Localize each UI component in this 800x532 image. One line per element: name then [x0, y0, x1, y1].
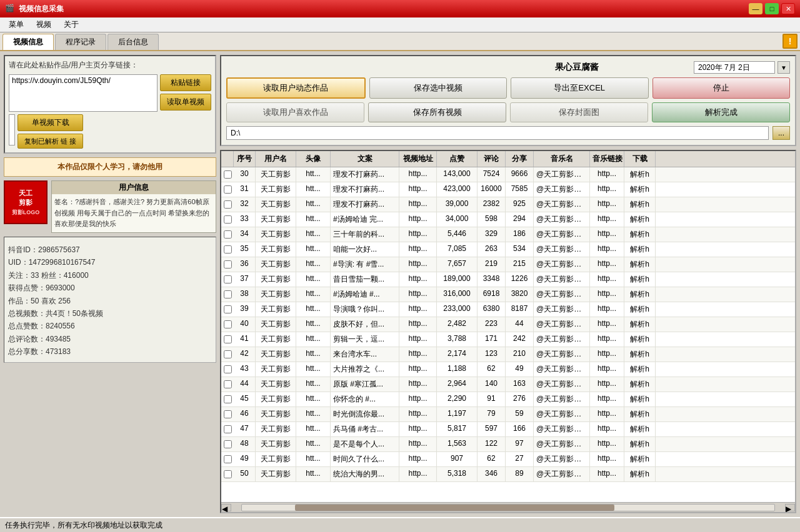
read-favorite-button[interactable]: 读取用户喜欢作品	[226, 102, 364, 122]
row-comments: 6380	[478, 302, 506, 317]
row-user: 天工剪影	[256, 422, 296, 436]
row-musicurl: http...	[590, 347, 624, 362]
row-comments: 123	[478, 347, 506, 362]
row-avatar: htt...	[296, 347, 331, 362]
row-avatar: htt...	[296, 317, 331, 332]
row-music: @天工剪影创作...	[534, 227, 590, 242]
row-dl: 解析h	[624, 332, 656, 347]
minimize-button[interactable]: —	[749, 3, 762, 14]
row-likes: 2,482	[437, 317, 478, 332]
col-user-header: 用户名	[256, 151, 296, 167]
row-checkbox[interactable]	[221, 437, 234, 451]
read-single-button[interactable]: 读取单视频	[160, 94, 211, 111]
row-checkbox[interactable]	[221, 392, 234, 406]
tab-program-log[interactable]: 程序记录	[55, 34, 106, 50]
user-uid: UID：1472996810167547	[8, 256, 212, 268]
row-checkbox[interactable]	[221, 257, 234, 272]
row-dl: 解析h	[624, 287, 656, 302]
browse-button[interactable]: ...	[772, 126, 790, 140]
date-down-button[interactable]: ▼	[778, 61, 790, 74]
tab-video-info[interactable]: 视频信息	[2, 34, 54, 50]
row-checkbox[interactable]	[221, 227, 234, 242]
row-comments: 140	[478, 377, 506, 392]
row-checkbox[interactable]	[221, 167, 234, 182]
row-checkbox[interactable]	[221, 287, 234, 302]
row-likes: 143,000	[437, 167, 478, 182]
date-input[interactable]	[694, 61, 775, 74]
row-musicurl: http...	[590, 182, 624, 197]
paste-link-button[interactable]: 粘贴链接	[160, 74, 211, 91]
row-checkbox[interactable]	[221, 317, 234, 332]
table-row: 32 天工剪影 htt... 理发不打麻药... http... 39,000 …	[221, 197, 795, 212]
save-cover-button[interactable]: 保存封面图	[510, 102, 648, 122]
row-user: 天工剪影	[256, 167, 296, 182]
row-shares: 534	[506, 242, 534, 257]
user-douyin-id: 抖音ID：2986575637	[8, 244, 212, 256]
export-excel-button[interactable]: 导出至EXCEL	[511, 77, 649, 99]
row-checkbox[interactable]	[221, 302, 234, 317]
row-music: @天工剪影创作...	[534, 302, 590, 317]
menu-item-cai[interactable]: 菜单	[2, 18, 30, 31]
row-checkbox[interactable]	[221, 467, 234, 481]
controls-row4: ...	[226, 126, 790, 140]
row-musicurl: http...	[590, 317, 624, 332]
row-text: 来台湾水车...	[331, 347, 399, 362]
row-music: @天工剪影创作...	[534, 407, 590, 421]
h-scrollbar-container: ◀ ▶	[221, 502, 795, 512]
copy-parsed-button[interactable]: 复制已解析 链 接	[18, 134, 83, 149]
menu-bar: 菜单 视频 关于	[0, 17, 800, 32]
row-checkbox[interactable]	[221, 182, 234, 197]
single-download-button[interactable]: 单视频下载	[18, 114, 83, 131]
row-comments: 79	[478, 407, 506, 421]
row-avatar: htt...	[296, 212, 331, 227]
row-num: 48	[234, 437, 256, 451]
row-checkbox[interactable]	[221, 272, 234, 287]
warning-bar: 本作品仅限个人学习，请勿他用	[4, 157, 216, 177]
table-row: 49 天工剪影 htt... 时间久了什么... http... 907 62 …	[221, 452, 795, 467]
row-checkbox[interactable]	[221, 362, 234, 377]
row-avatar: htt...	[296, 437, 331, 451]
date-picker: ▼	[694, 61, 790, 74]
parse-done-button[interactable]: 解析完成	[652, 102, 790, 122]
path-input[interactable]	[226, 126, 769, 140]
row-checkbox[interactable]	[221, 242, 234, 257]
row-likes: 39,000	[437, 197, 478, 212]
menu-item-video[interactable]: 视频	[30, 18, 58, 31]
row-avatar: htt...	[296, 452, 331, 466]
table-row: 42 天工剪影 htt... 来台湾水车... http... 2,174 12…	[221, 347, 795, 362]
close-button[interactable]: ✕	[781, 3, 795, 14]
row-checkbox[interactable]	[221, 347, 234, 362]
menu-item-about[interactable]: 关于	[58, 18, 85, 31]
row-text: 咱能一次好...	[331, 242, 399, 257]
row-text: 时间久了什么...	[331, 452, 399, 466]
row-checkbox[interactable]	[221, 452, 234, 466]
row-checkbox[interactable]	[221, 332, 234, 347]
h-scroll-left[interactable]: ◀	[221, 504, 231, 511]
row-musicurl: http...	[590, 467, 624, 481]
row-checkbox[interactable]	[221, 422, 234, 436]
row-checkbox[interactable]	[221, 407, 234, 421]
row-checkbox[interactable]	[221, 212, 234, 227]
row-text: 大片推荐之《...	[331, 362, 399, 377]
h-scroll-right[interactable]: ▶	[785, 504, 795, 511]
stop-button[interactable]: 停止	[652, 77, 791, 99]
row-checkbox[interactable]	[221, 197, 234, 212]
save-selected-button[interactable]: 保存选中视频	[369, 77, 508, 99]
maximize-button[interactable]: □	[765, 3, 779, 14]
row-likes: 907	[437, 452, 478, 466]
save-all-button[interactable]: 保存所有视频	[368, 102, 506, 122]
row-avatar: htt...	[296, 272, 331, 287]
row-music: @天工剪影创作...	[534, 377, 590, 392]
download-buttons: 单视频下载 复制已解析 链 接	[18, 114, 83, 149]
h-scrollbar[interactable]	[241, 504, 775, 511]
table-row: 47 天工剪影 htt... 兵马俑 #考古... http... 5,817 …	[221, 422, 795, 437]
row-num: 41	[234, 332, 256, 347]
row-checkbox[interactable]	[221, 377, 234, 392]
tab-backend-info[interactable]: 后台信息	[108, 34, 159, 50]
row-likes: 189,000	[437, 272, 478, 287]
row-shares: 1226	[506, 272, 534, 287]
url-input[interactable]	[9, 74, 158, 112]
read-dynamic-button[interactable]: 读取用户动态作品	[226, 77, 366, 99]
row-shares: 27	[506, 452, 534, 466]
row-music: @天工剪影创作...	[534, 272, 590, 287]
